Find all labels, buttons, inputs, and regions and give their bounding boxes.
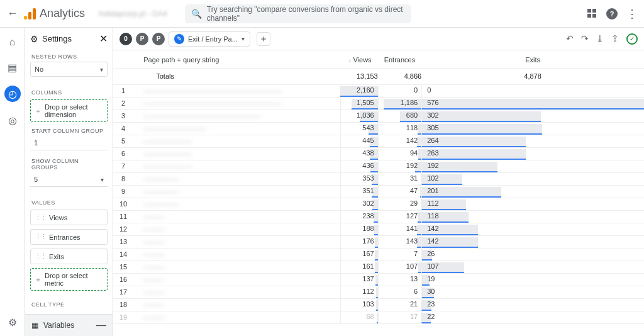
canvas-toolbar: 0 P P ✎ Exit / Entry Pa... ▾ ＋ ↶ ↷ ⤓ ⇪ ✓ (113, 28, 644, 50)
values-label: VALUES (25, 196, 113, 208)
metric-entrances[interactable]: ⋮⋮Entrances (30, 229, 108, 245)
search-input[interactable]: 🔍 Try searching "compare conversions fro… (185, 4, 411, 23)
chevron-down-icon: ▾ (242, 35, 245, 42)
help-icon[interactable]: ? (606, 8, 618, 20)
undo-icon[interactable]: ↶ (566, 33, 574, 45)
status-ok-icon: ✓ (626, 33, 638, 45)
table-row[interactable]: 4—————————543118305 (113, 122, 644, 135)
table-row[interactable]: 14———167726 (113, 248, 644, 260)
download-icon[interactable]: ⤓ (596, 33, 604, 45)
start-col-label: START COLUMN GROUP (25, 124, 113, 136)
table-row[interactable]: 8—————35331102 (113, 172, 644, 185)
table-row[interactable]: 16———1371319 (113, 273, 644, 286)
reports-icon[interactable]: ▤ (6, 60, 19, 74)
search-placeholder: Try searching "compare conversions from … (207, 5, 405, 23)
nested-rows-select[interactable]: No▾ (30, 62, 108, 77)
table-row[interactable]: 17———112630 (113, 286, 644, 298)
edit-icon: ✎ (174, 34, 184, 44)
topbar: ← Analytics holidaycorp.pl - GA4 🔍 Try s… (0, 0, 644, 28)
table-row[interactable]: 13———176143142 (113, 235, 644, 248)
gear-icon: ⚙ (30, 34, 38, 44)
totals-views: 13,153 (340, 68, 378, 84)
analytics-logo: Analytics (24, 7, 85, 20)
table-row[interactable]: 1————————————————————2,16000 (113, 84, 644, 97)
settings-title: Settings (42, 34, 72, 43)
metric-exits[interactable]: ⋮⋮Exits (30, 249, 108, 264)
table-row[interactable]: 19———681722 (113, 311, 644, 323)
apps-icon[interactable] (587, 9, 597, 19)
step-0[interactable]: 0 (119, 33, 132, 45)
data-table: Page path + query string ↓ Views Entranc… (113, 50, 644, 336)
step-p1[interactable]: P (136, 33, 148, 45)
table-row[interactable]: 6———————43894263 (113, 147, 644, 160)
home-icon[interactable]: ⌂ (6, 35, 19, 49)
show-groups-select[interactable]: 5▾ (30, 172, 108, 187)
main-canvas: 0 P P ✎ Exit / Entry Pa... ▾ ＋ ↶ ↷ ⤓ ⇪ ✓ (113, 28, 644, 336)
table-row[interactable]: 15———161107107 (113, 260, 644, 273)
col-index (113, 52, 133, 68)
nested-rows-label: NESTED ROWS (25, 50, 113, 62)
totals-entrances: 4,866 (378, 68, 422, 84)
table-row[interactable]: 2————————————————————1,5051,186576 (113, 97, 644, 109)
explore-icon[interactable]: ◴ (4, 86, 21, 102)
totals-label: Totals (133, 68, 340, 84)
chevron-down-icon: ▾ (101, 176, 104, 183)
search-icon: 🔍 (191, 9, 202, 19)
app-name: Analytics (40, 7, 85, 20)
col-page-path[interactable]: Page path + query string (133, 52, 340, 68)
col-entrances[interactable]: Entrances (378, 52, 422, 68)
settings-panel: ⚙ Settings ✕ NESTED ROWS No▾ COLUMNS ＋Dr… (25, 28, 113, 336)
admin-icon[interactable]: ⚙ (8, 316, 17, 328)
table-row[interactable]: 18———1032123 (113, 298, 644, 311)
table-row[interactable]: 10—————30229112 (113, 198, 644, 210)
share-icon[interactable]: ⇪ (611, 33, 619, 45)
table-row[interactable]: 3—————————————————1,036680302 (113, 109, 644, 122)
tab-exit-entry[interactable]: ✎ Exit / Entry Pa... ▾ (169, 31, 250, 47)
table-row[interactable]: 12———188141142 (113, 223, 644, 235)
collapse-icon[interactable]: — (96, 320, 106, 331)
totals-exits: 4,878 (421, 68, 644, 84)
start-col-input[interactable]: 1 (30, 136, 108, 150)
variables-panel[interactable]: ▦ Variables — (25, 314, 113, 336)
property-breadcrumb: holidaycorp.pl - GA4 (99, 9, 167, 18)
back-button[interactable]: ← (6, 7, 19, 20)
add-tab-button[interactable]: ＋ (257, 32, 270, 46)
table-row[interactable]: 5———————445142264 (113, 135, 644, 147)
columns-label: COLUMNS (25, 86, 113, 98)
col-views[interactable]: ↓ Views (340, 52, 378, 68)
close-icon[interactable]: ✕ (99, 33, 108, 45)
table-row[interactable]: 7———————436192192 (113, 160, 644, 172)
chevron-down-icon: ▾ (100, 66, 103, 73)
nav-rail: ⌂ ▤ ◴ ◎ ⚙ (0, 28, 25, 336)
show-groups-label: SHOW COLUMN GROUPS (25, 154, 113, 172)
step-p2[interactable]: P (152, 33, 165, 45)
drop-metric[interactable]: ＋Drop or select metric (30, 268, 108, 291)
drop-dimension[interactable]: ＋Drop or select dimension (30, 99, 108, 122)
advertising-icon[interactable]: ◎ (6, 113, 19, 127)
variables-icon: ▦ (31, 321, 38, 330)
table-row[interactable]: 9—————35147201 (113, 185, 644, 198)
cell-type-label: CELL TYPE (25, 298, 113, 310)
redo-icon[interactable]: ↷ (581, 33, 589, 45)
col-exits[interactable]: Exits (421, 52, 644, 68)
table-row[interactable]: 11———238127118 (113, 210, 644, 223)
metric-views[interactable]: ⋮⋮Views (30, 210, 108, 225)
